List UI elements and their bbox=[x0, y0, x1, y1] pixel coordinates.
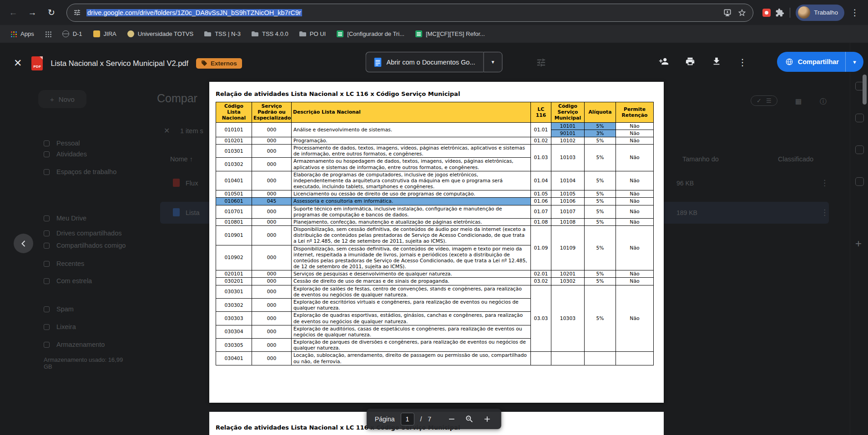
bookmark-item[interactable]: TSS 4.0.0 bbox=[247, 29, 293, 39]
table-cell: 010801 bbox=[216, 218, 252, 225]
drive-sidebar-item: Atividades bbox=[44, 150, 87, 158]
table-cell: 5% bbox=[585, 171, 616, 190]
page-separator: / bbox=[420, 415, 422, 423]
reading-list-grid-button[interactable] bbox=[41, 29, 56, 39]
table-cell: 010401 bbox=[216, 171, 252, 190]
table-cell: 01.06 bbox=[531, 198, 551, 205]
forward-icon: → bbox=[28, 8, 37, 18]
table-cell: 10106 bbox=[551, 198, 585, 205]
table-cell: Não bbox=[616, 218, 654, 225]
table-cell: 000 bbox=[252, 190, 292, 198]
previous-file-button[interactable] bbox=[14, 234, 33, 253]
bookmark-item[interactable]: TSS | N-3 bbox=[200, 29, 245, 39]
table-cell: 000 bbox=[252, 312, 292, 325]
table-cell: 010901 bbox=[216, 226, 252, 245]
open-with-dropdown[interactable]: ▼ bbox=[484, 52, 503, 72]
table-cell: 03.03 bbox=[531, 285, 551, 352]
caret-down-icon: ▾ bbox=[853, 59, 856, 65]
site-info-icon[interactable] bbox=[73, 9, 81, 16]
table-cell: 030304 bbox=[216, 325, 252, 338]
bookmark-star-icon[interactable] bbox=[737, 8, 747, 17]
table-cell: 3% bbox=[585, 130, 616, 137]
bookmark-item[interactable]: [MC][CF][TES] Refor... bbox=[411, 29, 489, 39]
google-docs-icon bbox=[374, 58, 381, 67]
address-bar[interactable]: drive.google.com/drive/folders/1Z0c_DA8v… bbox=[66, 4, 753, 22]
table-header-cell: Permite Retenção bbox=[616, 102, 654, 123]
back-button[interactable]: ← bbox=[5, 4, 22, 21]
file-name: Flux bbox=[186, 180, 198, 187]
new-button-label: Novo bbox=[59, 95, 75, 103]
share-dropdown[interactable]: ▾ bbox=[845, 52, 863, 72]
table-cell: 5% bbox=[585, 145, 616, 171]
add-shortcut-button[interactable] bbox=[659, 56, 669, 68]
table-cell: 5% bbox=[585, 278, 616, 285]
table-row: 010501000Licenciamento ou cessão de dire… bbox=[216, 190, 654, 198]
table-cell: 010501 bbox=[216, 190, 252, 198]
page-label: Página bbox=[375, 415, 395, 423]
table-cell: Não bbox=[616, 145, 654, 171]
zoom-in-icon[interactable] bbox=[481, 415, 493, 424]
table-cell: 045 bbox=[252, 198, 292, 205]
site-yellow-icon bbox=[93, 30, 100, 37]
table-cell: 000 bbox=[252, 137, 292, 144]
bookmark-item[interactable]: PO UI bbox=[295, 29, 330, 39]
pinned-extension-icon[interactable] bbox=[762, 9, 771, 17]
clear-selection-icon: ✕ bbox=[164, 126, 170, 135]
table-cell: 030303 bbox=[216, 312, 252, 325]
tune-icon[interactable] bbox=[536, 57, 546, 70]
table-cell: 030302 bbox=[216, 298, 252, 311]
table-cell: 000 bbox=[252, 352, 292, 365]
apps-shortcut[interactable]: Apps bbox=[6, 29, 38, 39]
table-cell: 010301 bbox=[216, 145, 252, 158]
table-cell: Não bbox=[616, 198, 654, 205]
bookmark-item[interactable]: [Configurador de Tri... bbox=[333, 29, 409, 39]
table-cell: 10105 bbox=[551, 190, 585, 198]
zoom-out-icon[interactable] bbox=[446, 415, 458, 424]
table-cell: Não bbox=[616, 137, 654, 144]
more-actions-kebab-icon[interactable]: ⋮ bbox=[738, 57, 747, 68]
close-preview-button[interactable]: ✕ bbox=[12, 57, 24, 69]
sheets-icon bbox=[337, 30, 343, 37]
globe-icon bbox=[785, 58, 793, 66]
row-kebab-icon: ⋮ bbox=[821, 178, 828, 188]
grid-view-icon: ▦ bbox=[795, 97, 802, 105]
table-cell: 10302 bbox=[551, 278, 585, 285]
table-header-cell: Alíquota bbox=[585, 102, 616, 123]
page-number-input[interactable]: 1 bbox=[400, 413, 414, 425]
install-app-icon[interactable] bbox=[723, 8, 732, 17]
drive-sidebar-item: Espaços de trabalho bbox=[44, 168, 116, 175]
open-with-button[interactable]: Abrir com o Documentos Go... bbox=[365, 52, 483, 72]
dropdown-triangle-icon: ▼ bbox=[491, 60, 495, 65]
sidebar-item-label: Lixeira bbox=[56, 323, 76, 330]
bookmark-item[interactable]: JIRA bbox=[89, 29, 121, 39]
profile-chip[interactable]: Trabalho bbox=[796, 5, 844, 21]
bookmark-item[interactable]: D-1 bbox=[58, 29, 86, 39]
reload-button[interactable]: ↻ bbox=[43, 4, 60, 21]
folder-icon bbox=[204, 30, 211, 37]
drive-sidebar-item: Compartilhados comigo bbox=[44, 242, 126, 249]
table-cell: Suporte técnico em informática, inclusiv… bbox=[292, 205, 531, 218]
zoom-magnifier-icon[interactable] bbox=[464, 415, 475, 424]
side-panel-add-icon: + bbox=[855, 237, 862, 250]
bookmark-item[interactable]: Universidade TOTVS bbox=[123, 29, 197, 39]
globe-icon bbox=[62, 30, 69, 37]
sc极rollbar-thumb[interactable] bbox=[863, 75, 867, 105]
bookmark-label: Universidade TOTVS bbox=[138, 30, 193, 37]
storage-note: Armazenamento usado: 16,99 GB bbox=[44, 356, 126, 370]
table-cell: 01.01 bbox=[531, 122, 551, 137]
table-cell: 5% bbox=[585, 122, 616, 130]
browser-menu-kebab-icon[interactable]: ⋮ bbox=[846, 4, 863, 21]
drive-sidebar-item: Drives compartilhados bbox=[44, 230, 121, 237]
share-button[interactable]: Compartilhar bbox=[777, 52, 845, 72]
site-gold-icon bbox=[127, 30, 134, 37]
bookmark-label: [MC][CF][TES] Refor... bbox=[426, 30, 485, 37]
table-cell: Assessoria e consultoria em informática. bbox=[292, 198, 531, 205]
download-button[interactable] bbox=[712, 56, 722, 68]
print-button[interactable] bbox=[685, 56, 695, 68]
kebab-icon: ⋮ bbox=[851, 7, 859, 18]
forward-button[interactable]: → bbox=[24, 4, 41, 21]
extensions-puzzle-icon[interactable] bbox=[775, 8, 784, 17]
table-cell: 000 bbox=[252, 298, 292, 311]
table-cell: 000 bbox=[252, 122, 292, 137]
pdf-document-title: Relação de atividades Lista Nacional x L… bbox=[216, 90, 460, 97]
